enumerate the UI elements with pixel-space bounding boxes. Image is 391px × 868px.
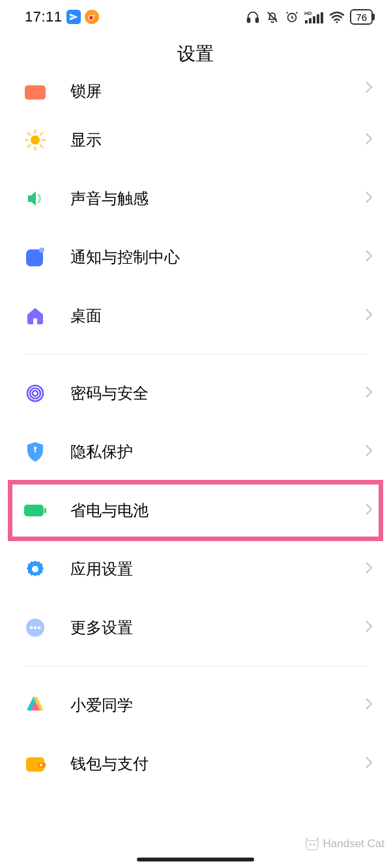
svg-point-28 (33, 391, 38, 396)
item-label: 省电与电池 (70, 500, 365, 521)
item-label: 声音与触感 (70, 188, 365, 209)
chevron-right-icon (365, 308, 373, 324)
svg-point-1 (89, 16, 93, 20)
svg-line-23 (40, 133, 42, 135)
wifi-icon (329, 10, 345, 24)
svg-rect-10 (313, 16, 315, 23)
chevron-right-icon (365, 561, 373, 577)
svg-rect-30 (44, 508, 46, 513)
status-time: 17:11 (25, 8, 63, 25)
svg-point-31 (32, 566, 38, 572)
divider (23, 354, 368, 355)
chevron-right-icon (365, 132, 373, 148)
alarm-icon (285, 10, 299, 24)
chevron-right-icon (365, 620, 373, 636)
sun-icon (23, 128, 47, 152)
svg-line-20 (28, 133, 30, 135)
home-indicator[interactable] (137, 858, 254, 861)
settings-item-wallet[interactable]: 钱包与支付 (0, 735, 391, 793)
svg-point-40 (313, 844, 315, 845)
status-left: 17:11 (25, 8, 99, 25)
settings-item-more[interactable]: 更多设置 (0, 598, 391, 657)
settings-item-security[interactable]: 密码与安全 (0, 364, 391, 423)
paper-plane-icon (66, 10, 81, 24)
settings-item-notifications[interactable]: 通知与控制中心 (0, 228, 391, 287)
settings-item-lockscreen[interactable]: 锁屏 (0, 81, 391, 111)
svg-point-25 (39, 247, 44, 253)
settings-item-sound[interactable]: 声音与触感 (0, 169, 391, 228)
svg-rect-9 (309, 18, 311, 23)
svg-rect-8 (305, 20, 308, 23)
svg-point-33 (30, 626, 33, 630)
chevron-right-icon (365, 385, 373, 401)
svg-line-22 (28, 145, 30, 147)
item-label: 显示 (70, 130, 365, 150)
svg-point-27 (30, 388, 40, 399)
status-right: HD 76 (246, 9, 373, 25)
xiaoai-icon (23, 693, 47, 717)
svg-point-15 (31, 135, 40, 145)
settings-item-apps[interactable]: 应用设置 (0, 540, 391, 598)
chevron-right-icon (365, 191, 373, 206)
watermark-text: Handset Cat (323, 837, 385, 850)
item-label: 桌面 (70, 305, 365, 326)
settings-item-xiaoai[interactable]: 小爱同学 (0, 676, 391, 735)
svg-text:HD: HD (304, 10, 312, 16)
home-icon (23, 304, 47, 328)
item-label: 隐私保护 (70, 441, 365, 462)
settings-item-home[interactable]: 桌面 (0, 287, 391, 345)
svg-rect-12 (321, 12, 323, 23)
svg-point-35 (38, 626, 41, 630)
settings-item-privacy[interactable]: 隐私保护 (0, 423, 391, 481)
wallet-icon (23, 752, 47, 776)
fingerprint-icon (23, 382, 47, 405)
more-icon (23, 616, 47, 639)
chevron-right-icon (365, 697, 373, 713)
svg-rect-29 (24, 505, 44, 516)
item-label: 更多设置 (70, 617, 365, 638)
chevron-right-icon (365, 756, 373, 772)
svg-point-2 (90, 18, 91, 19)
item-label: 钱包与支付 (70, 753, 365, 774)
weibo-icon (85, 10, 99, 24)
gear-icon (23, 557, 47, 581)
svg-point-13 (336, 21, 338, 23)
status-bar: 17:11 HD (0, 0, 391, 33)
svg-rect-14 (25, 85, 46, 100)
svg-point-38 (40, 764, 42, 766)
chevron-right-icon (365, 503, 373, 518)
chevron-right-icon (365, 249, 373, 265)
settings-item-display[interactable]: 显示 (0, 111, 391, 169)
divider (23, 666, 368, 667)
chevron-right-icon (365, 444, 373, 460)
svg-rect-3 (248, 18, 250, 22)
svg-rect-4 (256, 18, 259, 22)
settings-list: 锁屏 显示 声音与触感 通知与 (0, 81, 391, 793)
chevron-right-icon (365, 81, 373, 96)
item-label: 锁屏 (70, 81, 365, 102)
item-label: 小爱同学 (70, 695, 365, 716)
lockscreen-icon (23, 81, 47, 104)
svg-rect-11 (317, 14, 319, 23)
battery-level: 76 (356, 12, 367, 23)
speaker-icon (23, 187, 47, 210)
item-label: 通知与控制中心 (70, 247, 365, 268)
item-label: 密码与安全 (70, 383, 365, 404)
svg-point-34 (34, 626, 37, 630)
svg-point-39 (310, 844, 311, 845)
headphones-icon (246, 10, 260, 24)
battery-icon: 76 (350, 9, 373, 25)
page-title: 设置 (0, 33, 391, 81)
bell-mute-icon (265, 10, 280, 24)
watermark: Handset Cat (304, 837, 385, 851)
shield-icon (23, 440, 47, 464)
settings-item-battery[interactable]: 省电与电池 (0, 481, 391, 540)
signal-hd-icon: HD (304, 10, 324, 24)
item-label: 应用设置 (70, 559, 365, 580)
svg-line-21 (40, 145, 42, 147)
control-center-icon (23, 245, 47, 269)
battery-icon (23, 499, 47, 522)
